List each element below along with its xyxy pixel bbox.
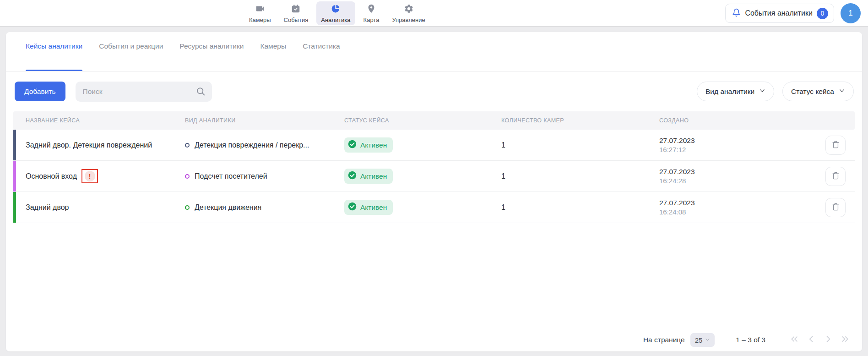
created-date: 27.07.2023	[659, 199, 825, 207]
row-color-bar	[13, 161, 16, 192]
camera-count: 1	[501, 172, 659, 181]
camera-icon	[255, 4, 265, 16]
case-name: Задний двор. Детекция повреждений	[26, 141, 152, 149]
last-page-button[interactable]	[840, 335, 850, 345]
per-page-label: На странице	[643, 336, 685, 344]
next-page-button[interactable]	[823, 335, 833, 345]
analytics-type-icon	[185, 143, 190, 148]
per-page-select[interactable]: 25	[690, 333, 715, 347]
analytics-type-label: Детекция движения	[195, 203, 261, 212]
filter-label: Статус кейса	[791, 88, 834, 96]
col-header-analytics-type: Вид аналитики	[185, 117, 344, 124]
per-page-value: 25	[695, 336, 703, 344]
created-time: 16:24:28	[659, 177, 825, 185]
double-chevron-left-icon	[790, 334, 799, 345]
nav-item-management[interactable]: Управление	[387, 1, 429, 25]
filter-label: Вид аналитики	[705, 88, 754, 96]
analytics-type-label: Детекция повреждения / перекр...	[195, 141, 309, 149]
search-field	[76, 82, 212, 102]
events-count-badge: 0	[817, 8, 828, 19]
row-color-bar	[13, 130, 16, 160]
top-bar: Камеры События Аналитика Карта Управлени…	[0, 0, 868, 27]
tab-events-reactions[interactable]: События и реакции	[99, 42, 163, 71]
col-header-case-status: Статус кейса	[344, 117, 501, 124]
pagination-bar: На странице 25 1 – 3 of 3	[643, 333, 850, 347]
search-input[interactable]	[76, 82, 212, 102]
created-date: 27.07.2023	[659, 168, 825, 176]
nav-label: Камеры	[249, 16, 271, 23]
nav-label: Карта	[363, 16, 380, 23]
check-circle-icon	[348, 171, 357, 181]
cases-table: Название кейса Вид аналитики Статус кейс…	[13, 111, 855, 223]
chevron-down-icon	[705, 336, 710, 344]
trash-icon	[832, 141, 840, 150]
nav-label: Управление	[392, 16, 425, 23]
table-row[interactable]: Задний двор. Детекция повреждений ! Дете…	[13, 130, 855, 161]
nav-item-cameras[interactable]: Камеры	[244, 1, 276, 25]
chevron-down-icon	[759, 88, 765, 96]
tab-cameras[interactable]: Камеры	[260, 42, 286, 71]
chevron-down-icon	[839, 88, 845, 96]
nav-item-analytics[interactable]: Аналитика	[316, 1, 355, 25]
col-header-case-name: Название кейса	[13, 117, 185, 124]
filter-analytics-type[interactable]: Вид аналитики	[697, 82, 774, 101]
map-pin-icon	[366, 4, 376, 16]
tab-analytics-resources[interactable]: Ресурсы аналитики	[179, 42, 244, 71]
trash-icon	[832, 203, 840, 212]
prev-page-button[interactable]	[806, 335, 816, 345]
chevron-right-icon	[824, 334, 833, 345]
case-name: Основной вход	[26, 172, 77, 181]
col-header-camera-count: Количество камер	[501, 117, 659, 124]
table-row[interactable]: Задний двор ! Детекция движения Активен …	[13, 192, 855, 223]
analytics-events-button[interactable]: События аналитики 0	[725, 4, 834, 23]
nav-item-events[interactable]: События	[279, 1, 313, 25]
analytics-type-icon	[185, 205, 190, 210]
delete-case-button[interactable]	[825, 167, 846, 186]
nav-label: События	[284, 16, 309, 23]
table-row[interactable]: Основной вход ! Подсчет посетителей Акти…	[13, 161, 855, 192]
nav-label: Аналитика	[321, 16, 350, 23]
camera-count: 1	[501, 141, 659, 149]
error-annotation: !	[81, 169, 98, 183]
status-badge: Активен	[344, 169, 393, 184]
camera-count: 1	[501, 203, 659, 212]
status-label: Активен	[360, 141, 387, 149]
search-icon	[196, 87, 206, 96]
chevron-left-icon	[807, 334, 816, 345]
filter-case-status[interactable]: Статус кейса	[782, 82, 854, 101]
error-icon: !	[85, 171, 95, 181]
gear-icon	[404, 4, 414, 16]
first-page-button[interactable]	[789, 335, 799, 345]
bell-icon	[732, 8, 741, 18]
case-name: Задний двор	[26, 203, 69, 212]
check-circle-icon	[348, 140, 357, 150]
analytics-type-label: Подсчет посетителей	[195, 172, 267, 181]
trash-icon	[832, 172, 840, 181]
table-body: Задний двор. Детекция повреждений ! Дете…	[13, 130, 855, 223]
analytics-type-icon	[185, 174, 190, 179]
tabs-bar: Кейсы аналитики События и реакции Ресурс…	[6, 32, 862, 71]
created-time: 16:27:12	[659, 146, 825, 153]
col-header-created: Создано	[659, 117, 825, 124]
created-time: 16:24:08	[659, 208, 825, 216]
table-header: Название кейса Вид аналитики Статус кейс…	[13, 111, 855, 130]
check-circle-icon	[348, 202, 357, 213]
status-badge: Активен	[344, 137, 393, 153]
pie-chart-icon	[331, 4, 341, 16]
tab-analytics-cases[interactable]: Кейсы аналитики	[26, 42, 82, 71]
avatar[interactable]: 1	[841, 3, 861, 23]
status-badge: Активен	[344, 200, 393, 215]
delete-case-button[interactable]	[825, 198, 846, 217]
delete-case-button[interactable]	[825, 136, 846, 155]
page-range-label: 1 – 3 of 3	[736, 336, 765, 344]
calendar-check-icon	[291, 4, 301, 16]
add-button[interactable]: Добавить	[15, 82, 65, 101]
created-date: 27.07.2023	[659, 137, 825, 145]
status-label: Активен	[360, 203, 387, 212]
status-label: Активен	[360, 172, 387, 181]
content-card: Кейсы аналитики События и реакции Ресурс…	[6, 32, 862, 351]
row-color-bar	[13, 192, 16, 223]
nav-item-map[interactable]: Карта	[359, 1, 384, 25]
toolbar: Добавить Вид аналитики Статус кейса	[6, 71, 862, 111]
tab-statistics[interactable]: Статистика	[303, 42, 340, 71]
